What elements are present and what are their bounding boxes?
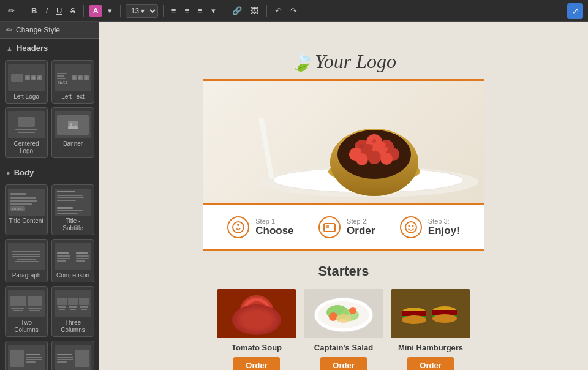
tomato-soup-order-button[interactable]: Order [233, 357, 279, 370]
link-button[interactable]: 🔗 [229, 5, 245, 17]
sidebar-item-left-logo[interactable]: f in t Left Logo [5, 60, 48, 104]
text-image-inner [55, 347, 91, 369]
tomato-soup-image [217, 289, 296, 338]
main-layout: ✏ Change Style ▲ Headers f in t [0, 22, 588, 370]
tc-line-3 [10, 203, 32, 205]
svg-point-29 [412, 225, 413, 227]
step-1-label: Step 1: [255, 217, 293, 225]
svg-rect-24 [324, 224, 335, 232]
sidebar-item-text-image[interactable]: Text - Image [51, 341, 94, 370]
comp-col-2 [76, 252, 89, 262]
three-columns-label: Three Columns [55, 319, 91, 334]
salad-svg [304, 289, 383, 338]
three-col-2-img [68, 298, 78, 305]
title-subtitle-label: Title - Subtitle [55, 217, 91, 232]
logo-placeholder [11, 74, 23, 82]
svg-point-28 [408, 225, 410, 227]
captains-salad-name: Captain's Salad [314, 343, 373, 352]
undo-button[interactable]: ↶ [272, 5, 285, 17]
toolbar-separator-6 [266, 5, 267, 17]
svg-point-44 [336, 314, 351, 323]
comp-line-2c [76, 260, 85, 262]
step-1-icon [227, 216, 249, 238]
two-col-1-line-2 [13, 310, 23, 311]
svg-point-42 [329, 312, 337, 321]
align-arrow-button[interactable]: ▾ [208, 5, 219, 17]
sidebar-item-two-columns[interactable]: Two Columns [5, 286, 48, 337]
svg-point-16 [368, 151, 381, 164]
svg-point-15 [356, 153, 368, 165]
three-cols-inner [55, 295, 91, 312]
change-style-label: Change Style [16, 26, 60, 34]
color-picker-arrow[interactable]: ▾ [105, 5, 115, 17]
it-lines [26, 354, 42, 363]
ts-sub-line-1 [57, 210, 83, 211]
three-col-2-line-2 [70, 309, 76, 310]
ti-lines [57, 354, 74, 363]
captains-salad-order-button[interactable]: Order [320, 357, 366, 370]
logo-leaf-icon: 🍃 [291, 53, 312, 72]
align-button[interactable]: ≡ [195, 5, 206, 17]
italic-button[interactable]: I [42, 5, 51, 17]
burgers-svg [391, 289, 470, 338]
svg-point-23 [237, 224, 239, 226]
numbered-list-button[interactable]: ≡ [181, 5, 192, 17]
redo-button[interactable]: ↷ [287, 5, 300, 17]
ti-img [75, 350, 89, 367]
pen-icon: ✏ [6, 26, 12, 34]
sidebar-item-three-columns[interactable]: Three Columns [51, 286, 94, 337]
ts-title [57, 191, 75, 192]
sidebar-item-title-subtitle[interactable]: Title - Subtitle [51, 184, 94, 235]
three-col-2-line-1 [69, 306, 77, 308]
sidebar-item-banner[interactable]: Banner [51, 107, 94, 158]
hero-image [203, 81, 484, 203]
strikethrough-button[interactable]: S̶ [67, 5, 78, 17]
hero-section[interactable] [203, 79, 484, 205]
centered-img [18, 117, 35, 127]
svg-point-19 [372, 139, 376, 143]
two-columns-thumb [8, 290, 45, 317]
steps-section: Step 1: Choose Step 2: Order [203, 205, 484, 251]
centered-logo-label: Centered Logo [8, 140, 45, 155]
sidebar-item-centered-logo[interactable]: Centered Logo [5, 107, 48, 158]
toolbar-separator [23, 5, 23, 17]
ti-title [57, 354, 72, 355]
captains-salad-image [304, 289, 383, 338]
font-color-button[interactable]: A [89, 5, 102, 17]
sidebar-item-image-text[interactable]: Image - Text [5, 341, 48, 370]
svg-point-36 [238, 321, 275, 333]
tw-right-icon: t [84, 75, 89, 80]
sidebar-item-paragraph[interactable]: Paragraph [5, 239, 48, 282]
underline-button[interactable]: U [53, 5, 65, 17]
expand-button[interactable]: ⤢ [567, 3, 583, 19]
paragraph-label: Paragraph [12, 272, 41, 279]
sidebar-item-left-text[interactable]: TEXT f in t Left Text [51, 60, 94, 104]
image-text-inner [8, 347, 45, 369]
sidebar: ✏ Change Style ▲ Headers f in t [0, 22, 99, 370]
svg-point-35 [266, 319, 278, 331]
two-cols-inner [8, 294, 45, 314]
svg-rect-48 [402, 311, 426, 316]
left-text-label: Left Text [61, 93, 85, 100]
ti-line-3 [57, 361, 67, 363]
font-size-select[interactable]: 13 ▾ [126, 4, 158, 18]
svg-point-18 [360, 144, 364, 148]
image-insert-button[interactable]: 🖼 [247, 5, 262, 17]
step-1: Step 1: Choose [227, 216, 293, 238]
p-line-2 [12, 254, 41, 255]
paragraph-thumb [8, 243, 45, 270]
bold-button[interactable]: B [28, 5, 40, 17]
ts-line-1 [57, 195, 83, 196]
starters-grid: Tomato Soup Order [203, 289, 484, 370]
svg-point-20 [385, 144, 388, 148]
bullet-list-button[interactable]: ≡ [168, 5, 179, 17]
centered-logo-thumb [8, 111, 45, 138]
sidebar-item-title-content[interactable]: MORE Title Content [5, 184, 48, 235]
step-2-value: Order [347, 225, 375, 237]
sidebar-item-comparison[interactable]: Comparison [51, 239, 94, 282]
pen-tool-button[interactable]: ✏ [5, 5, 18, 17]
change-style-button[interactable]: ✏ Change Style [0, 22, 99, 39]
mini-hamburgers-order-button[interactable]: Order [407, 357, 453, 370]
body-collapse-icon: ● [6, 169, 10, 176]
text-line-2 [57, 75, 64, 77]
